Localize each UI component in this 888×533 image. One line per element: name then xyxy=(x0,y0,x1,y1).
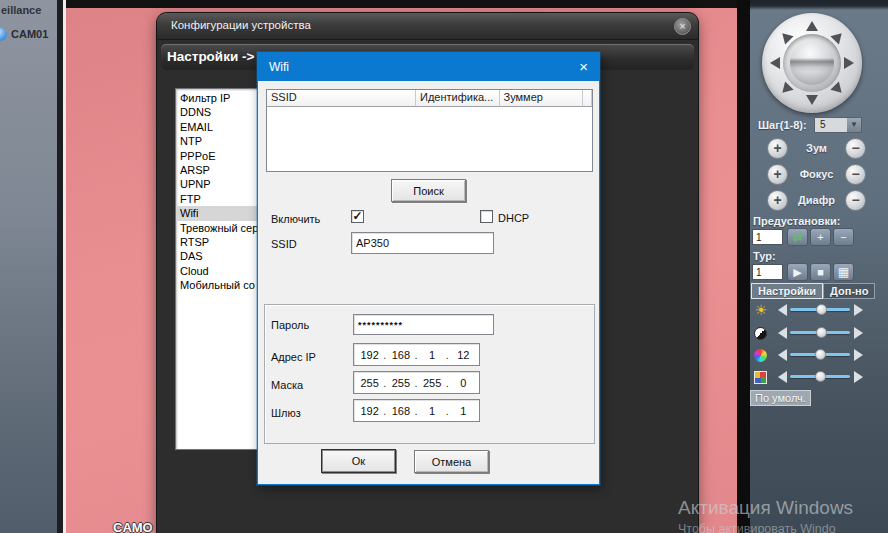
ip-octet: 1 xyxy=(417,349,448,361)
ok-button[interactable]: Ок xyxy=(321,449,396,473)
ptz-down-arrow[interactable] xyxy=(806,95,818,105)
iris-open-button[interactable]: + xyxy=(767,190,788,211)
slider-right-arrow[interactable] xyxy=(854,371,863,383)
ptz-panel: Шаг(1-8): 5 ▼ + Зум − + Фокус − + Диафр … xyxy=(750,0,888,533)
preset-number-input[interactable] xyxy=(752,229,783,245)
ptz-joystick[interactable] xyxy=(762,13,862,113)
focus-label: Фокус xyxy=(788,168,845,180)
zoom-label: Зум xyxy=(788,142,845,154)
slider-right-arrow[interactable] xyxy=(854,349,863,361)
ptz-down-right-arrow[interactable] xyxy=(830,81,846,97)
preset-buttons: ⇄ + − xyxy=(787,228,854,246)
contrast-slider[interactable] xyxy=(790,331,850,334)
hue-slider[interactable] xyxy=(790,375,850,378)
slider-right-arrow[interactable] xyxy=(854,304,863,316)
preset-goto-icon[interactable]: ⇄ xyxy=(787,228,808,246)
slider-left-arrow[interactable] xyxy=(778,304,787,316)
close-icon[interactable]: × xyxy=(674,18,691,35)
column-header-ssid[interactable]: SSID xyxy=(267,90,416,107)
focus-control-row: + Фокус − xyxy=(750,164,888,186)
camera-name-label: CAM01 xyxy=(11,28,48,40)
column-header-auth[interactable]: Идентифика... xyxy=(416,90,499,107)
close-icon[interactable]: × xyxy=(579,53,588,80)
tab-advanced[interactable]: Доп-но xyxy=(823,283,875,299)
zoom-out-button[interactable]: − xyxy=(845,138,866,159)
joystick-ball[interactable] xyxy=(790,41,834,85)
ssid-input[interactable] xyxy=(351,232,494,254)
slider-thumb[interactable] xyxy=(816,327,827,338)
device-sidebar: eillance CAM01 xyxy=(0,0,57,533)
presets-label: Предустановки: xyxy=(753,215,840,227)
gateway-octet: 168 xyxy=(385,405,416,417)
mask-octet: 255 xyxy=(417,377,448,389)
wifi-dialog-title: Wifi xyxy=(269,53,289,81)
iris-control-row: + Диафр − xyxy=(750,190,888,212)
tab-settings[interactable]: Настройки xyxy=(751,283,823,299)
iris-label: Диафр xyxy=(788,194,845,206)
tour-stop-icon[interactable]: ■ xyxy=(810,263,831,281)
dhcp-label: DHCP xyxy=(498,212,529,224)
mask-octet: 255 xyxy=(385,377,416,389)
focus-out-button[interactable]: − xyxy=(845,164,866,185)
iris-close-button[interactable]: − xyxy=(845,190,866,211)
sidebar-item-camera[interactable]: CAM01 xyxy=(0,26,48,42)
slider-left-arrow[interactable] xyxy=(778,349,787,361)
ip-address-input[interactable]: 192 168 1 12 xyxy=(353,343,480,366)
column-header-buzzer[interactable]: Зуммер xyxy=(500,90,583,107)
slider-thumb[interactable] xyxy=(816,304,827,315)
tour-play-icon[interactable]: ▶ xyxy=(787,263,808,281)
ip-octet: 192 xyxy=(354,349,385,361)
slider-right-arrow[interactable] xyxy=(854,327,863,339)
tour-buttons: ▶ ■ ▦ xyxy=(787,263,854,281)
step-value: 5 xyxy=(815,118,847,132)
ip-address-label: Адрес IP xyxy=(271,351,316,363)
panel-divider xyxy=(737,0,750,533)
video-top-bar xyxy=(66,0,737,8)
saturation-slider[interactable] xyxy=(790,353,850,356)
enable-checkbox[interactable]: ✓ xyxy=(351,210,364,223)
hue-slider-row xyxy=(750,368,888,386)
gateway-octet: 1 xyxy=(417,405,448,417)
mask-input[interactable]: 255 255 255 0 xyxy=(353,371,480,394)
cancel-button[interactable]: Отмена xyxy=(414,450,489,473)
password-input[interactable] xyxy=(353,314,494,335)
slider-left-arrow[interactable] xyxy=(778,327,787,339)
sun-icon: ☀ xyxy=(754,303,768,317)
step-select[interactable]: 5 ▼ xyxy=(814,117,862,133)
colorwheel-icon xyxy=(754,349,767,362)
wifi-network-table[interactable]: SSID Идентифика... Зуммер xyxy=(266,89,593,172)
wifi-dialog-titlebar[interactable]: Wifi × xyxy=(258,53,599,81)
device-dialog-titlebar[interactable]: Конфигурации устройства × xyxy=(157,13,698,40)
saturation-slider-row xyxy=(750,346,888,364)
ip-octet: 12 xyxy=(448,349,479,361)
defaults-button[interactable]: По умолч. xyxy=(750,390,811,406)
app-title: eillance xyxy=(1,4,41,16)
slider-thumb[interactable] xyxy=(815,371,826,382)
mask-octet: 255 xyxy=(354,377,385,389)
gateway-octet: 192 xyxy=(354,405,385,417)
preset-remove-icon[interactable]: − xyxy=(833,228,854,246)
device-dialog-title: Конфигурации устройства xyxy=(171,19,311,31)
brightness-slider[interactable] xyxy=(790,308,850,311)
slider-left-arrow[interactable] xyxy=(778,371,787,383)
tour-grid-icon[interactable]: ▦ xyxy=(833,263,854,281)
slider-thumb[interactable] xyxy=(815,349,826,360)
gateway-input[interactable]: 192 168 1 1 xyxy=(353,399,480,422)
camera-status-icon xyxy=(0,28,7,41)
app-window: eillance CAM01 CAMO Конфигурации устройс… xyxy=(0,0,888,533)
wifi-dialog: Wifi × SSID Идентифика... Зуммер Поиск В… xyxy=(257,52,600,485)
focus-in-button[interactable]: + xyxy=(767,164,788,185)
dhcp-checkbox[interactable]: ✓ xyxy=(480,210,493,223)
wifi-table-header: SSID Идентифика... Зуммер xyxy=(267,90,592,107)
ptz-left-arrow[interactable] xyxy=(770,57,780,69)
ptz-right-arrow[interactable] xyxy=(844,57,854,69)
tour-number-input[interactable] xyxy=(752,264,783,280)
search-button[interactable]: Поиск xyxy=(391,179,466,202)
chevron-down-icon[interactable]: ▼ xyxy=(847,118,861,132)
image-tabs: Настройки Доп-но xyxy=(751,283,875,299)
preset-add-icon[interactable]: + xyxy=(810,228,831,246)
ssid-label: SSID xyxy=(271,238,297,250)
ptz-up-arrow[interactable] xyxy=(806,21,818,31)
enable-label: Включить xyxy=(271,213,320,225)
zoom-in-button[interactable]: + xyxy=(767,138,788,159)
